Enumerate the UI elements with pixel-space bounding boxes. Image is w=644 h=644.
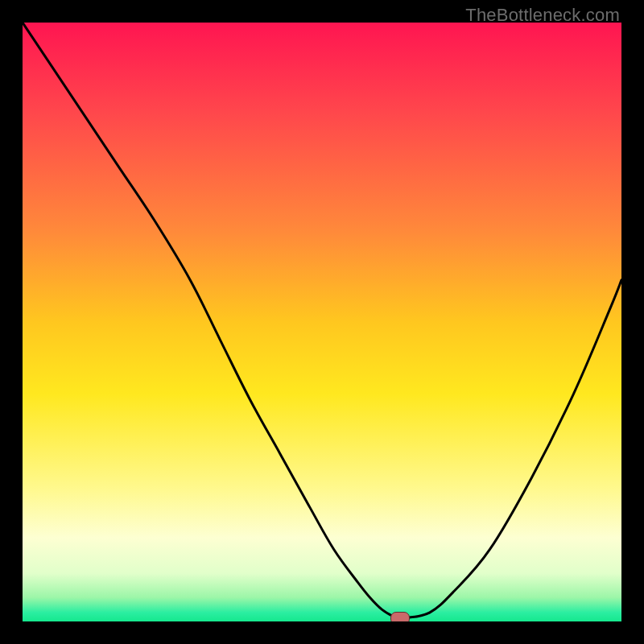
plot-area bbox=[23, 23, 621, 621]
chart-container: TheBottleneck.com bbox=[0, 0, 644, 644]
optimal-point-marker bbox=[390, 612, 410, 621]
watermark-text: TheBottleneck.com bbox=[465, 5, 620, 26]
background-heatmap bbox=[23, 23, 621, 621]
svg-rect-0 bbox=[23, 23, 621, 621]
